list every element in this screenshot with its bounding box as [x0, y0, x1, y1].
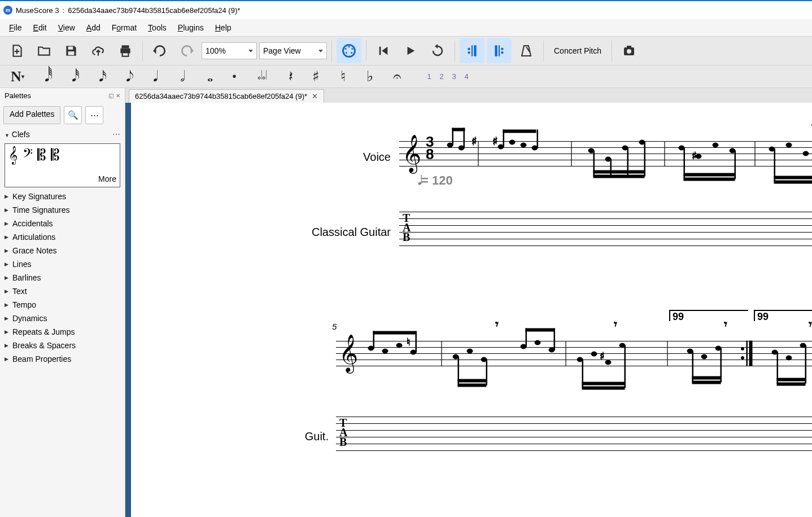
add-palettes-button[interactable]: Add Palettes: [3, 106, 60, 124]
svg-rect-115: [721, 348, 722, 382]
duration-half-button[interactable]: 𝅗𝅥: [167, 67, 193, 86]
guitar-tab-staff-2[interactable]: [336, 417, 812, 450]
svg-point-58: [786, 143, 792, 147]
menu-help[interactable]: Help: [211, 21, 236, 34]
bass-clef-item[interactable]: 𝄢: [23, 147, 33, 163]
loop-button[interactable]: [425, 38, 450, 63]
guitar-tab-staff[interactable]: [399, 212, 812, 246]
duration-whole-button[interactable]: 𝅝: [194, 67, 220, 86]
zoom-combo[interactable]: 100%: [202, 42, 257, 59]
titlebar: m MuseScore 3: 6256da34aaec73b9744b35815…: [0, 0, 812, 19]
alto-clef-item[interactable]: 𝄡: [37, 147, 46, 163]
palette-section-time-signatures[interactable]: ▶Time Signatures: [0, 203, 125, 217]
menu-file[interactable]: File: [5, 21, 27, 34]
score-view[interactable]: Voice 𝄞 38 𝅘𝅥 = 120 Classical Guitar TAB: [125, 103, 812, 517]
palettes-close-icon[interactable]: ✕: [116, 93, 120, 99]
menu-tools[interactable]: Tools: [143, 21, 171, 34]
voice-4-button[interactable]: 4: [461, 71, 472, 82]
flip-button[interactable]: 𝄐: [384, 67, 410, 86]
duration-32nd-button[interactable]: 𝅘𝅥𝅰: [59, 67, 85, 86]
menu-edit[interactable]: Edit: [29, 21, 51, 34]
document-title: 6256da34aaec73b9744b35815cab6e8ef205fa24…: [68, 6, 240, 15]
view-mode-combo[interactable]: Page View: [259, 42, 327, 59]
note-input-mode-button[interactable]: N▾: [5, 67, 30, 86]
open-button[interactable]: [32, 38, 56, 63]
svg-rect-119: [746, 341, 748, 366]
svg-point-122: [786, 356, 792, 360]
flat-button[interactable]: ♭: [357, 67, 383, 86]
svg-rect-97: [526, 328, 527, 347]
time-signature[interactable]: 38: [426, 135, 434, 160]
palette-section-breaks-spacers[interactable]: ▶Breaks & Spacers: [0, 339, 125, 352]
palette-section-barlines[interactable]: ▶Barlines: [0, 271, 125, 284]
menu-add[interactable]: Add: [82, 21, 105, 34]
system1-notes[interactable]: ♯ ♯ ♯ 𝄾: [439, 114, 812, 204]
staff-label-voice: Voice: [317, 151, 391, 164]
tie-button[interactable]: 𝆹𝅥𝆹𝅥: [248, 67, 274, 86]
palette-section-repeats-jumps[interactable]: ▶Repeats & Jumps: [0, 325, 125, 339]
palette-section-text[interactable]: ▶Text: [0, 284, 125, 298]
main-toolbar: 100% Page View Concert Pitch: [0, 36, 812, 65]
svg-rect-62: [774, 181, 812, 183]
search-palettes-button[interactable]: 🔍: [64, 106, 82, 124]
menu-view[interactable]: View: [54, 21, 80, 34]
metronome-button[interactable]: [514, 38, 539, 63]
print-button[interactable]: [113, 38, 138, 63]
undo-button[interactable]: [147, 38, 172, 63]
screenshot-button[interactable]: [617, 38, 641, 63]
rewind-button[interactable]: [371, 38, 396, 63]
svg-point-14: [468, 48, 470, 50]
natural-button[interactable]: ♮: [330, 67, 356, 86]
palette-section-key-signatures[interactable]: ▶Key Signatures: [0, 190, 125, 203]
duration-quarter-button[interactable]: 𝅘𝅥: [140, 67, 166, 86]
tab-clef-icon-2[interactable]: TAB: [339, 418, 347, 447]
tab-clef-icon[interactable]: TAB: [403, 213, 411, 242]
new-button[interactable]: [5, 38, 29, 63]
palette-section-accidentals[interactable]: ▶Accidentals: [0, 217, 125, 230]
repeat-start-button[interactable]: [460, 38, 484, 63]
cloud-button[interactable]: [86, 38, 111, 63]
svg-rect-23: [627, 46, 631, 48]
svg-point-118: [741, 357, 744, 360]
repeat-end-button[interactable]: [487, 38, 512, 63]
dot-button[interactable]: •: [221, 67, 247, 86]
svg-text:♯: ♯: [600, 350, 605, 362]
svg-rect-52: [684, 173, 735, 176]
palette-section-articulations[interactable]: ▶Articulations: [0, 230, 125, 244]
rest-button[interactable]: 𝄽: [276, 67, 302, 86]
midi-input-button[interactable]: [337, 38, 361, 63]
system2-notes[interactable]: ♮ 𝄾 ♯ 𝄾: [357, 312, 812, 413]
svg-rect-54: [684, 148, 685, 179]
document-tab[interactable]: 6256da34aaec73b9744b35815cab6e8ef205fa24…: [129, 89, 324, 103]
palette-section-grace-notes[interactable]: ▶Grace Notes: [0, 244, 125, 257]
palette-section-dynamics[interactable]: ▶Dynamics: [0, 312, 125, 325]
duration-8th-button[interactable]: 𝅘𝅥𝅮: [113, 67, 139, 86]
duration-16th-button[interactable]: 𝅘𝅥𝅯: [86, 67, 112, 86]
menu-format[interactable]: Format: [107, 21, 141, 34]
treble-clef-icon[interactable]: 𝄞: [402, 134, 421, 173]
treble-clef-item[interactable]: 𝄞: [8, 147, 18, 163]
concert-pitch-button[interactable]: Concert Pitch: [548, 46, 607, 55]
clefs-more-button[interactable]: More: [8, 163, 116, 183]
close-tab-icon[interactable]: ✕: [312, 92, 318, 100]
treble-clef-icon-2[interactable]: 𝄞: [339, 334, 358, 373]
redo-button[interactable]: [174, 38, 199, 63]
play-button[interactable]: [398, 38, 423, 63]
duration-64th-button[interactable]: 𝅘𝅥𝅱: [32, 67, 58, 86]
save-button[interactable]: [59, 38, 84, 63]
voice-1-button[interactable]: 1: [424, 71, 435, 82]
svg-rect-124: [777, 378, 805, 381]
voice-2-button[interactable]: 2: [436, 71, 447, 82]
palette-section-clefs[interactable]: ▼ Clefs ⋯: [0, 128, 125, 141]
voice-3-button[interactable]: 3: [448, 71, 460, 82]
palettes-undock-icon[interactable]: ◱: [108, 93, 113, 99]
score-page[interactable]: Voice 𝄞 38 𝅘𝅥 = 120 Classical Guitar TAB: [131, 103, 812, 517]
tenor-clef-item[interactable]: 𝄡: [51, 147, 60, 163]
sharp-button[interactable]: ♯: [303, 67, 329, 86]
palette-section-beam-properties[interactable]: ▶Beam Properties: [0, 352, 125, 366]
menu-plugins[interactable]: Plugins: [173, 21, 208, 34]
palette-section-tempo[interactable]: ▶Tempo: [0, 298, 125, 312]
svg-text:𝄾: 𝄾: [614, 322, 617, 327]
palette-options-button[interactable]: ⋯: [85, 106, 103, 124]
palette-section-lines[interactable]: ▶Lines: [0, 257, 125, 271]
